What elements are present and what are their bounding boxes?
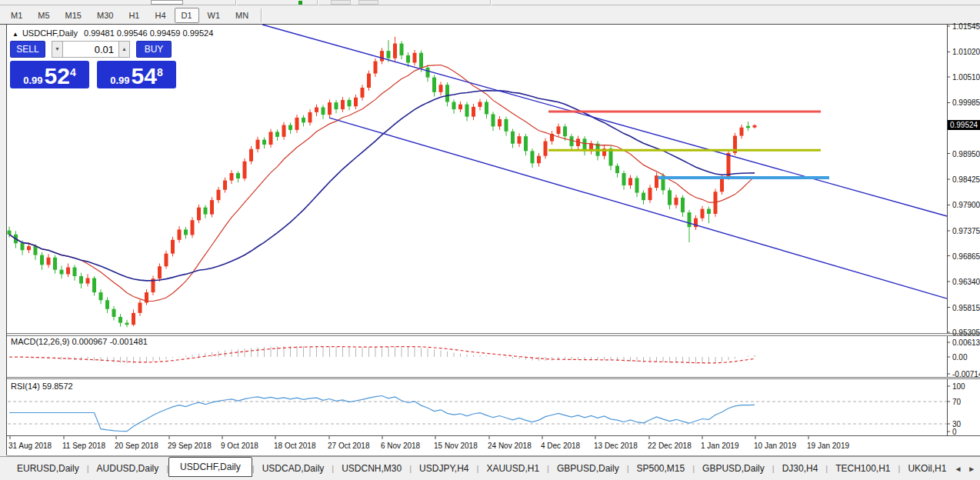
price-axis-label: 1.01020 bbox=[952, 48, 980, 56]
chart-tab-eurusd-0[interactable]: EURUSD,Daily bbox=[9, 460, 87, 477]
rsi-axis-label: 100 bbox=[952, 382, 965, 391]
buy-price-prefix: 0.99 bbox=[110, 75, 129, 86]
date-axis-label: 24 Nov 2018 bbox=[488, 442, 532, 450]
date-axis-label: 19 Jan 2019 bbox=[807, 442, 849, 450]
price-axis-label: 0.97900 bbox=[952, 201, 980, 209]
chart-tab-ukoil-12[interactable]: UKOil,H1 bbox=[900, 460, 954, 477]
macd-axis-label: 0.006137 bbox=[952, 338, 980, 347]
chart-tab-bar: EURUSD,Daily|AUDUSD,Daily|USDCHF,Daily|U… bbox=[0, 456, 980, 480]
chart-tab-dj30-10[interactable]: DJ30,H4 bbox=[775, 460, 826, 477]
collapse-triangle-icon[interactable]: ▲ bbox=[12, 31, 18, 38]
sell-price-big: 52 bbox=[45, 66, 70, 86]
chart-tab-gbpusd-7[interactable]: GBPUSD,Daily bbox=[549, 460, 627, 477]
date-axis-label: 15 Nov 2018 bbox=[434, 442, 478, 450]
volume-decrease-button[interactable]: ▼ bbox=[52, 41, 63, 58]
app-window: M1M5M15M30H1H4D1W1MN ▲USDCHF,Daily0.9948… bbox=[0, 0, 980, 480]
price-axis-label: 0.97375 bbox=[952, 227, 980, 235]
price-axis-label: 0.98950 bbox=[952, 150, 980, 158]
price-axis-label: 0.95305 bbox=[952, 328, 980, 337]
date-axis-label: 20 Sep 2018 bbox=[115, 442, 158, 450]
chart-tab-gbpusd-9[interactable]: GBPUSD,Daily bbox=[695, 460, 772, 477]
sell-price-pip: 4 bbox=[70, 61, 76, 84]
date-axis-label: 4 Dec 2018 bbox=[541, 442, 580, 450]
date-axis-label: 18 Oct 2018 bbox=[274, 442, 315, 450]
date-axis[interactable]: 31 Aug 201811 Sep 201820 Sep 201829 Sep … bbox=[7, 436, 947, 455]
chart-tab-usdjpy-5[interactable]: USDJPY,H4 bbox=[412, 460, 476, 477]
volume-increase-button[interactable]: ▲ bbox=[118, 41, 130, 58]
chart-tab-tech100-11[interactable]: TECH100,H1 bbox=[828, 460, 898, 477]
rsi-axis-label: 0 bbox=[952, 428, 957, 436]
sell-quote-panel[interactable]: 0.99524 bbox=[10, 61, 89, 88]
price-axis[interactable]: 0.99524 1.015451.010201.005100.999850.98… bbox=[948, 25, 980, 435]
current-price-marker: 0.99524 bbox=[948, 120, 980, 130]
date-axis-label: 10 Jan 2019 bbox=[754, 442, 796, 450]
buy-button[interactable]: BUY bbox=[136, 41, 172, 58]
rsi-axis-label: 70 bbox=[952, 398, 961, 406]
price-axis-label: 0.99985 bbox=[952, 98, 980, 107]
date-axis-label: 9 Oct 2018 bbox=[221, 442, 258, 450]
buy-price-big: 54 bbox=[132, 66, 157, 86]
chart-tab-audusd-1[interactable]: AUDUSD,Daily bbox=[89, 460, 167, 477]
price-axis-label: 1.01545 bbox=[952, 22, 980, 31]
chart-symbol-title: USDCHF,Daily bbox=[22, 28, 78, 38]
price-axis-label: 0.96865 bbox=[952, 252, 980, 261]
date-axis-label: 6 Nov 2018 bbox=[381, 442, 420, 450]
macd-axis-label: 0.00 bbox=[952, 353, 967, 362]
volume-input[interactable] bbox=[63, 41, 118, 58]
sell-price-prefix: 0.99 bbox=[23, 75, 42, 86]
price-axis-label: 1.00510 bbox=[952, 73, 980, 82]
date-axis-label: 22 Dec 2018 bbox=[648, 442, 692, 450]
date-axis-label: 13 Dec 2018 bbox=[594, 442, 638, 450]
date-axis-label: 29 Sep 2018 bbox=[168, 442, 212, 450]
date-axis-label: 27 Oct 2018 bbox=[328, 442, 369, 450]
price-axis-label: 0.98425 bbox=[952, 175, 980, 184]
chart-tab-sp500-8[interactable]: SP500,M15 bbox=[629, 460, 693, 477]
sell-button[interactable]: SELL bbox=[10, 41, 45, 58]
chart-header: ▲USDCHF,Daily0.99481 0.99546 0.99459 0.9… bbox=[12, 28, 213, 38]
chart-ohlc-values: 0.99481 0.99546 0.99459 0.99524 bbox=[84, 28, 213, 38]
buy-price-pip: 8 bbox=[157, 61, 163, 84]
date-axis-label: 31 Aug 2018 bbox=[8, 442, 52, 450]
chart-tab-usdchf-2[interactable]: USDCHF,Daily bbox=[168, 457, 252, 477]
macd-indicator-label: MACD(12,26,9) 0.000967 -0.001481 bbox=[11, 337, 148, 346]
rsi-indicator-label: RSI(14) 59.8572 bbox=[11, 382, 73, 391]
chart-tab-usdcnh-4[interactable]: USDCNH,M30 bbox=[334, 460, 409, 477]
macd-axis-label: -0.007142 bbox=[952, 370, 980, 378]
one-click-trading-panel: SELL ▼ ▲ BUY 0.99524 0.99548 bbox=[10, 41, 178, 88]
tabs-scroll-right-icon[interactable]: ► bbox=[968, 465, 975, 473]
tabs-scroll-left-icon[interactable]: ◄ bbox=[954, 465, 962, 473]
chart-tab-usdcad-3[interactable]: USDCAD,Daily bbox=[255, 460, 332, 477]
price-axis-label: 0.95815 bbox=[952, 304, 980, 312]
date-axis-label: 1 Jan 2019 bbox=[701, 442, 739, 450]
price-axis-label: 0.96340 bbox=[952, 278, 980, 286]
buy-quote-panel[interactable]: 0.99548 bbox=[97, 61, 176, 88]
date-axis-label: 11 Sep 2018 bbox=[62, 442, 105, 450]
chart-tab-xauusd-6[interactable]: XAUUSD,H1 bbox=[478, 460, 547, 477]
